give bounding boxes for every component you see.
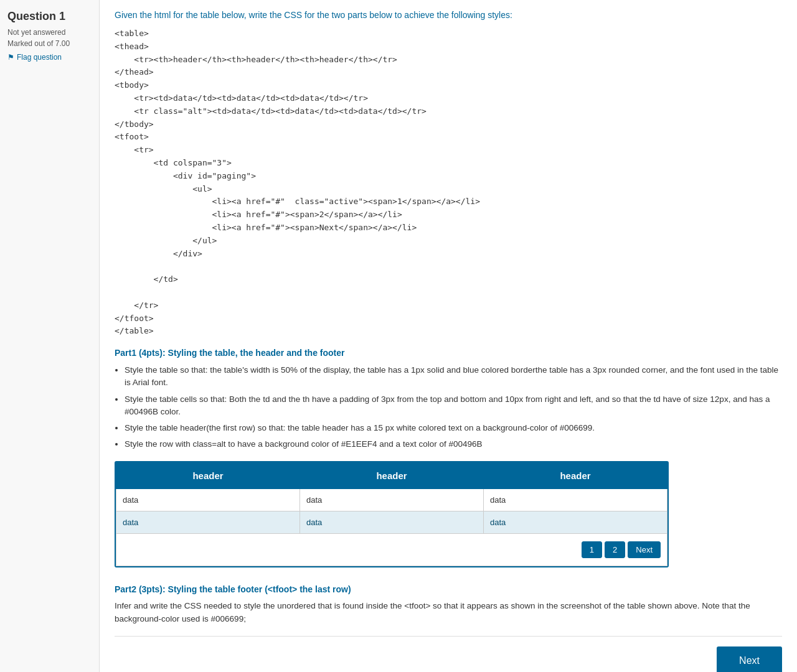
main-content: Given the html for the table below, writ… [100,0,797,672]
next-button[interactable]: Next [717,646,782,672]
paging-link-2[interactable]: 2 [605,541,625,558]
table-body: datadatadatadatadatadata [116,488,667,533]
not-answered-label: Not yet answered [7,28,92,37]
table-cell: data [116,511,300,533]
bullet-item: Style the table so that: the table's wid… [125,364,782,390]
paging-link-1[interactable]: 1 [582,541,602,558]
bullet-item: Style the row with class=alt to have a b… [125,438,782,450]
footer-cell: 12Next [116,533,667,566]
table-cell: data [484,488,667,511]
table-row: datadatadata [116,511,667,533]
paging-next-link[interactable]: Next [628,541,661,558]
header-row: headerheaderheader [116,462,667,488]
table-head: headerheaderheader [116,462,667,488]
code-block: <table> <thead> <tr><th>header</th><th>h… [115,27,782,338]
demo-table: headerheaderheader datadatadatadatadatad… [116,462,667,566]
question-title: Question 1 [7,10,92,23]
flag-icon: ⚑ [7,53,14,62]
table-cell: data [300,511,484,533]
table-header-cell: header [300,462,484,488]
table-cell: data [300,488,484,511]
marked-out-label: Marked out of 7.00 [7,39,92,48]
nav-footer: Next [115,636,782,672]
sidebar: Question 1 Not yet answered Marked out o… [0,0,100,672]
table-demo-wrapper: headerheaderheader datadatadatadatadatad… [115,461,669,567]
bullet-item: Style the table cells so that: Both the … [125,393,782,419]
table-cell: data [116,488,300,511]
bullet-item: Style the table header(the first row) so… [125,422,782,434]
table-foot: 12Next [116,533,667,566]
table-header-cell: header [484,462,667,488]
table-cell: data [484,511,667,533]
table-row: datadatadata [116,488,667,511]
question-prompt: Given the html for the table below, writ… [115,10,782,20]
footer-row: 12Next [116,533,667,566]
flag-question-button[interactable]: ⚑ Flag question [7,53,92,62]
paging-div: 12Next [123,539,661,561]
part2-heading: Part2 (3pts): Styling the table footer (… [115,584,782,594]
table-header-cell: header [116,462,300,488]
bullet-list: Style the table so that: the table's wid… [125,364,782,451]
part1-heading: Part1 (4pts): Styling the table, the hea… [115,348,782,358]
part2-body: Infer and write the CSS needed to style … [115,599,782,626]
